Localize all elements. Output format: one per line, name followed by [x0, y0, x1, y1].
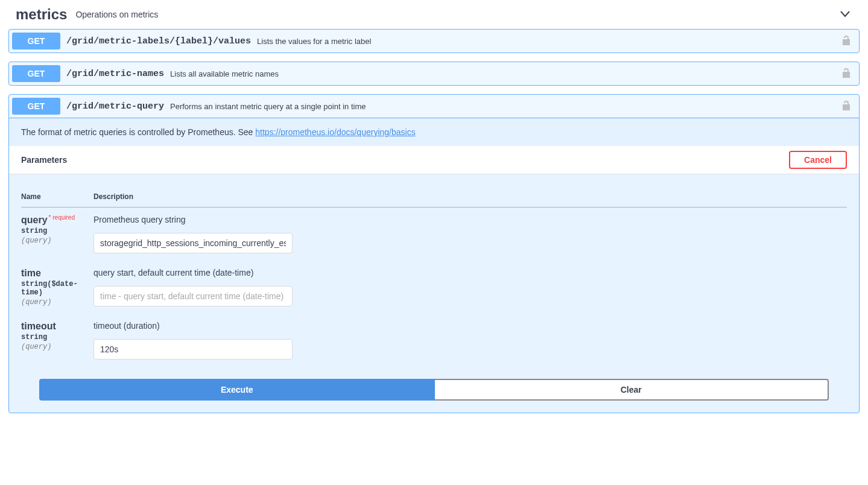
parameters-header: Parameters Cancel — [9, 146, 859, 174]
tag-description: Operations on metrics — [75, 10, 839, 19]
prometheus-docs-link[interactable]: https://prometheus.io/docs/querying/basi… — [255, 127, 415, 137]
col-desc-header: Description — [93, 186, 847, 208]
param-location: (query) — [21, 297, 93, 306]
param-row: query* required string (query) Prometheu… — [21, 208, 847, 261]
param-input-time[interactable] — [93, 286, 293, 306]
param-required-label: * required — [48, 214, 75, 221]
opblock-summary[interactable]: GET /grid/metric-labels/{label}/values L… — [9, 30, 859, 52]
tag-header[interactable]: metrics Operations on metrics — [8, 0, 860, 29]
opblock-description: The format of metric queries is controll… — [9, 118, 859, 146]
action-row: Execute Clear — [21, 367, 847, 401]
param-row: timeout string (query) timeout (duration… — [21, 314, 847, 367]
endpoint-path: /grid/metric-names — [60, 69, 170, 79]
param-name: time — [21, 268, 41, 278]
param-description: query start, default current time (date-… — [93, 268, 847, 277]
param-description: timeout (duration) — [93, 321, 847, 331]
opblock-metric-names: GET /grid/metric-names Lists all availab… — [8, 62, 860, 86]
parameters-table: Name Description query* required string … — [21, 186, 847, 367]
param-input-timeout[interactable] — [93, 339, 293, 360]
param-type: string($date-time) — [21, 279, 93, 297]
param-name: query — [21, 215, 48, 225]
param-row: time string($date-time) (query) query st… — [21, 261, 847, 314]
endpoint-summary: Lists the values for a metric label — [257, 37, 837, 46]
parameters-body: Name Description query* required string … — [9, 174, 859, 413]
tag-name: metrics — [16, 6, 67, 23]
param-location: (query) — [21, 235, 93, 245]
endpoint-path: /grid/metric-query — [60, 101, 170, 112]
param-name: timeout — [21, 321, 56, 331]
lock-icon[interactable] — [841, 68, 851, 80]
opblock-metric-query: GET /grid/metric-query Performs an insta… — [8, 94, 860, 413]
param-description: Prometheus query string — [93, 215, 847, 224]
opblock-summary[interactable]: GET /grid/metric-names Lists all availab… — [9, 62, 859, 85]
param-location: (query) — [21, 341, 93, 351]
endpoint-summary: Performs an instant metric query at a si… — [170, 102, 837, 111]
param-type: string — [21, 332, 93, 341]
execute-button[interactable]: Execute — [39, 379, 435, 401]
http-method-badge: GET — [12, 98, 60, 115]
col-name-header: Name — [21, 186, 93, 208]
http-method-badge: GET — [12, 33, 60, 49]
http-method-badge: GET — [12, 65, 60, 82]
endpoint-path: /grid/metric-labels/{label}/values — [60, 36, 257, 46]
cancel-button[interactable]: Cancel — [789, 151, 847, 169]
lock-icon[interactable] — [841, 100, 851, 113]
parameters-heading: Parameters — [21, 155, 67, 165]
description-text: The format of metric queries is controll… — [21, 127, 255, 137]
chevron-down-icon — [839, 8, 851, 22]
lock-icon[interactable] — [841, 35, 851, 48]
opblock-metric-labels-values: GET /grid/metric-labels/{label}/values L… — [8, 29, 860, 53]
param-input-query[interactable] — [93, 233, 293, 253]
opblock-summary[interactable]: GET /grid/metric-query Performs an insta… — [9, 95, 859, 118]
endpoint-summary: Lists all available metric names — [170, 69, 837, 78]
clear-button[interactable]: Clear — [435, 379, 829, 401]
param-type: string — [21, 226, 93, 235]
